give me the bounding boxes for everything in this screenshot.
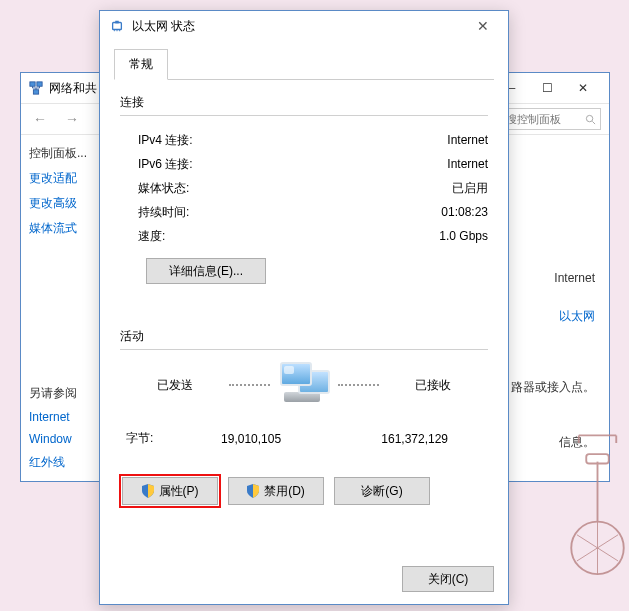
sidebar-infrared[interactable]: 红外线	[29, 454, 102, 471]
tab-general[interactable]: 常规	[114, 49, 168, 80]
dlg-title-text: 以太网 状态	[132, 18, 195, 35]
diagnose-button-label: 诊断(G)	[361, 483, 402, 500]
ethernet-status-dialog: 以太网 状态 ✕ 常规 连接 IPv4 连接: Internet IPv6 连接…	[99, 10, 509, 605]
ipv4-label: IPv4 连接:	[138, 132, 193, 149]
svg-line-7	[598, 535, 619, 548]
ipv6-label: IPv6 连接:	[138, 156, 193, 173]
sidebar-control-panel-home[interactable]: 控制面板...	[29, 145, 102, 162]
media-row: 媒体状态: 已启用	[120, 176, 488, 200]
received-label: 已接收	[385, 377, 482, 394]
bg-search-box[interactable]: 搜控制面板	[501, 108, 601, 130]
activity-line-left	[229, 384, 269, 386]
shield-icon	[247, 484, 259, 498]
properties-button[interactable]: 属性(P)	[122, 477, 218, 505]
ipv4-value: Internet	[447, 133, 488, 147]
speed-row: 速度: 1.0 Gbps	[120, 224, 488, 248]
svg-line-8	[598, 548, 619, 561]
ipv6-row: IPv6 连接: Internet	[120, 152, 488, 176]
bicycle-decoration	[560, 421, 629, 581]
activity-section-label: 活动	[120, 328, 488, 345]
svg-point-3	[586, 115, 592, 121]
dlg-close-button[interactable]: ✕	[468, 14, 498, 38]
disable-button[interactable]: 禁用(D)	[228, 477, 324, 505]
bg-search-placeholder: 搜控制面板	[506, 112, 561, 127]
sidebar-media-streaming[interactable]: 媒体流式	[29, 220, 102, 237]
bytes-received-value: 161,372,129	[347, 432, 482, 446]
divider	[120, 349, 488, 350]
nav-forward-icon[interactable]: →	[65, 111, 79, 127]
svg-line-10	[577, 548, 598, 561]
duration-label: 持续时间:	[138, 204, 189, 221]
svg-rect-1	[37, 82, 42, 86]
sidebar-internet-options[interactable]: Internet	[29, 410, 102, 424]
speed-value: 1.0 Gbps	[439, 229, 488, 243]
network-icon	[29, 81, 43, 95]
bg-sidebar: 控制面板... 更改适配 更改高级 媒体流式 另请参阅 Internet Win…	[21, 135, 111, 481]
svg-line-11	[577, 535, 598, 548]
divider	[120, 115, 488, 116]
sidebar-change-advanced[interactable]: 更改高级	[29, 195, 102, 212]
duration-row: 持续时间: 01:08:23	[120, 200, 488, 224]
details-button[interactable]: 详细信息(E)...	[146, 258, 266, 284]
media-value: 已启用	[452, 180, 488, 197]
close-button[interactable]: 关闭(C)	[402, 566, 494, 592]
bg-maximize-button[interactable]: ☐	[529, 76, 565, 100]
properties-button-label: 属性(P)	[159, 483, 199, 500]
bg-internet-label: Internet	[554, 271, 595, 285]
computer-activity-icon	[276, 362, 332, 408]
speed-label: 速度:	[138, 228, 165, 245]
bg-ethernet-link[interactable]: 以太网	[559, 308, 595, 325]
diagnose-button[interactable]: 诊断(G)	[334, 477, 430, 505]
sidebar-change-adapter[interactable]: 更改适配	[29, 170, 102, 187]
bytes-label: 字节:	[126, 430, 184, 447]
disable-button-label: 禁用(D)	[264, 483, 305, 500]
sidebar-see-also: 另请参阅	[29, 385, 102, 402]
bg-window-title: 网络和共	[49, 80, 97, 97]
svg-line-4	[592, 121, 595, 124]
svg-rect-15	[115, 21, 119, 24]
nav-back-icon[interactable]: ←	[33, 111, 47, 127]
duration-value: 01:08:23	[441, 205, 488, 219]
sent-label: 已发送	[126, 377, 223, 394]
connection-section-label: 连接	[120, 94, 488, 111]
svg-rect-2	[33, 90, 38, 94]
ipv6-value: Internet	[447, 157, 488, 171]
activity-line-right	[338, 384, 378, 386]
search-icon	[585, 114, 596, 125]
media-label: 媒体状态:	[138, 180, 189, 197]
sidebar-windows-firewall[interactable]: Window	[29, 432, 102, 446]
bytes-sent-value: 19,010,105	[184, 432, 319, 446]
svg-rect-14	[113, 23, 122, 30]
bg-close-button[interactable]: ✕	[565, 76, 601, 100]
ethernet-icon	[110, 19, 124, 33]
ipv4-row: IPv4 连接: Internet	[120, 128, 488, 152]
svg-rect-0	[30, 82, 35, 86]
shield-icon	[142, 484, 154, 498]
dlg-titlebar: 以太网 状态 ✕	[100, 11, 508, 41]
